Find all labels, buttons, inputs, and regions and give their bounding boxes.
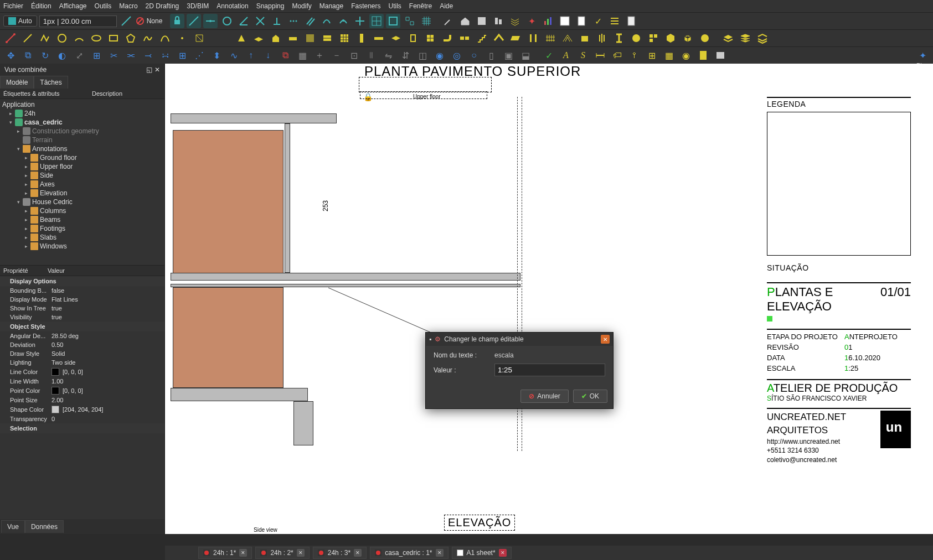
bim-window-icon[interactable]: [423, 31, 437, 45]
snap-grid-icon[interactable]: [369, 14, 384, 28]
bim-connector-icon[interactable]: [457, 31, 472, 45]
dialog-value-input[interactable]: [494, 364, 605, 376]
menu-outils[interactable]: Outils: [95, 2, 112, 10]
bim-shape-icon[interactable]: [698, 31, 712, 45]
tree-item[interactable]: ▸Construction geometry: [0, 127, 164, 136]
tree-item[interactable]: Terrain: [0, 136, 164, 144]
prop-row[interactable]: Point Size2.00: [0, 396, 164, 405]
menu-aide[interactable]: Aide: [440, 2, 453, 10]
array-icon[interactable]: ∺: [158, 48, 172, 63]
bim-slab2-icon[interactable]: [389, 31, 403, 45]
cut-plane-icon[interactable]: ▯: [484, 48, 498, 63]
menu-annotation[interactable]: Annotation: [217, 2, 248, 10]
draft-wire-icon[interactable]: [20, 31, 35, 45]
none-selector[interactable]: None: [136, 17, 163, 25]
tree-item[interactable]: ▸Elevation: [0, 189, 164, 198]
trim-icon[interactable]: ✂: [106, 48, 121, 63]
ortho-view-icon[interactable]: ▣: [501, 48, 516, 63]
section-icon[interactable]: ⬓: [518, 48, 533, 63]
snap-lock-icon[interactable]: [170, 14, 184, 28]
properties-panel[interactable]: Display OptionsBounding B...falseDisplay…: [0, 276, 164, 519]
draft-circle-icon[interactable]: [55, 31, 69, 45]
dialog-close-button[interactable]: ✕: [601, 335, 610, 344]
bim-pipe-icon[interactable]: [440, 31, 455, 45]
prop-row[interactable]: LightingTwo side: [0, 358, 164, 367]
draft-line-icon[interactable]: [3, 31, 18, 45]
prop-row[interactable]: Line Color[0, 0, 0]: [0, 367, 164, 377]
prop-row[interactable]: Line Width1.00: [0, 377, 164, 386]
close-tab-icon[interactable]: ✕: [499, 549, 507, 557]
menu-utils[interactable]: Utils: [388, 2, 401, 10]
draft-bezier-icon[interactable]: [158, 31, 172, 45]
drawing-canvas[interactable]: PLANTA PAVIMENTO SUPERIOR 🔒 Upper floor …: [165, 64, 933, 534]
extrude-icon[interactable]: ◉: [432, 48, 447, 63]
menu-3d-bim[interactable]: 3D/BIM: [187, 2, 209, 10]
bim-wall-icon[interactable]: [234, 31, 249, 45]
tree-item[interactable]: ▸Beams: [0, 215, 164, 224]
array-path-icon[interactable]: ⋰: [192, 48, 207, 63]
menu-fasteners[interactable]: Fasteners: [351, 2, 380, 10]
building-icon[interactable]: [491, 14, 506, 28]
draft-polyline-icon[interactable]: [38, 31, 52, 45]
tree-item[interactable]: ▸Columns: [0, 206, 164, 215]
prop-row[interactable]: Draw StyleSolid: [0, 349, 164, 358]
tree-item[interactable]: ▾Annotations: [0, 144, 164, 153]
close-tab-icon[interactable]: ✕: [436, 549, 444, 557]
array-rect-icon[interactable]: ⊞: [175, 48, 189, 63]
bim-building-icon[interactable]: [269, 31, 283, 45]
bim-panel-icon[interactable]: [509, 31, 523, 45]
prop-row[interactable]: Point Color[0, 0, 0]: [0, 386, 164, 396]
scale-icon[interactable]: ⤢: [72, 48, 86, 63]
stretch-icon[interactable]: ▦: [295, 48, 310, 63]
page-icon[interactable]: [624, 14, 638, 28]
downgrade-icon[interactable]: ↓: [261, 48, 275, 63]
prop-row[interactable]: Angular De...28.50 deg: [0, 331, 164, 340]
move-icon[interactable]: ✥: [3, 48, 18, 63]
spreadsheet-icon[interactable]: [558, 14, 572, 28]
snap-workplane-icon[interactable]: [386, 14, 400, 28]
snap-perpendicular-icon[interactable]: [270, 14, 284, 28]
snap-center-icon[interactable]: [220, 14, 234, 28]
flip-v-icon[interactable]: ⇵: [398, 48, 413, 63]
check-icon[interactable]: ✓: [591, 14, 605, 28]
bim-library-icon[interactable]: [646, 31, 661, 45]
panel-close-icon[interactable]: ✕: [154, 66, 160, 74]
snap-dimensions-icon[interactable]: [403, 14, 417, 28]
snap-endpoint-icon[interactable]: [187, 14, 201, 28]
tree-item[interactable]: ▸Ground floor: [0, 153, 164, 162]
draft-facebinder-icon[interactable]: [192, 31, 207, 45]
align-icon[interactable]: ⫴: [364, 48, 378, 63]
prop-row[interactable]: Show In Treetrue: [0, 304, 164, 313]
upgrade-icon[interactable]: ↑: [244, 48, 258, 63]
site-icon[interactable]: [475, 14, 489, 28]
bim-truss-icon[interactable]: [560, 31, 575, 45]
bim-slab-icon[interactable]: [251, 31, 266, 45]
menu-affichage[interactable]: Affichage: [59, 2, 87, 10]
snap-parallel-icon[interactable]: [303, 14, 317, 28]
doc-tab[interactable]: A1 sheet*✕: [452, 547, 512, 559]
draft-ellipse-icon[interactable]: [89, 31, 104, 45]
bim-equipment-icon[interactable]: [578, 31, 592, 45]
tree-item[interactable]: ▾House Cedric: [0, 198, 164, 206]
draft-arc-icon[interactable]: [72, 31, 86, 45]
line-size-input[interactable]: [39, 15, 117, 27]
tree-item[interactable]: ▸Side: [0, 171, 164, 180]
label-icon[interactable]: 🏷: [610, 48, 625, 63]
menu-fichier[interactable]: Fichier: [3, 2, 23, 10]
bim-fence-icon[interactable]: [543, 31, 558, 45]
tree-item[interactable]: ▸Axes: [0, 180, 164, 189]
bim-rebar-icon[interactable]: [595, 31, 609, 45]
tree-item[interactable]: ▾casa_cedric: [0, 118, 164, 127]
draft-polygon-icon[interactable]: [123, 31, 138, 45]
draft-point-icon[interactable]: [175, 31, 189, 45]
menu-macro[interactable]: Macro: [119, 2, 137, 10]
prop-row[interactable]: Display ModeFlat Lines: [0, 295, 164, 304]
tab-vue[interactable]: Vue: [1, 520, 25, 533]
bim-layers-icon[interactable]: [721, 31, 735, 45]
bim-beam-icon[interactable]: [372, 31, 386, 45]
dialog-titlebar[interactable]: ▪ ⚙ Changer le champ éditable ✕: [426, 333, 613, 346]
rotate-icon[interactable]: ↻: [38, 48, 52, 63]
menu-manage[interactable]: Manage: [319, 2, 343, 10]
menu-fenetre[interactable]: Fenêtre: [409, 2, 432, 10]
align-minus-icon[interactable]: －: [329, 48, 344, 63]
